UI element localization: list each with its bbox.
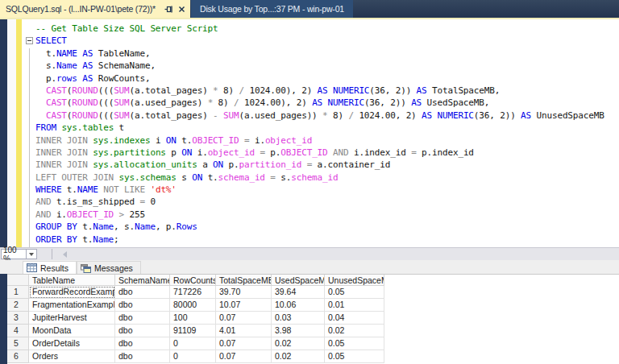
code-line[interactable]: ORDER BY t.Name; bbox=[35, 234, 619, 246]
grid-cell[interactable]: 39.64 bbox=[272, 286, 325, 299]
grid-cell[interactable]: 0.07 bbox=[216, 337, 272, 350]
code-token: ON bbox=[192, 172, 202, 183]
column-header-totalspacemb[interactable]: TotalSpaceMB bbox=[216, 275, 272, 286]
grid-cell[interactable]: 0.02 bbox=[325, 325, 384, 337]
grid-cell[interactable]: 0.05 bbox=[325, 286, 384, 299]
code-line[interactable]: -- Get Table Size SQL Server Script bbox=[35, 23, 619, 35]
code-line[interactable]: p.rows AS RowCounts, bbox=[35, 72, 619, 85]
grid-cell[interactable]: dbo bbox=[115, 312, 170, 325]
code-line[interactable]: t.NAME AS TableName, bbox=[35, 48, 619, 60]
grid-cell[interactable]: 0.02 bbox=[272, 337, 325, 350]
row-number[interactable]: 3 bbox=[7, 312, 29, 325]
code-token: p. bbox=[265, 147, 280, 158]
grid-cell[interactable]: 91109 bbox=[170, 325, 216, 337]
tab-messages[interactable]: Messages bbox=[77, 261, 141, 274]
grid-cell[interactable]: MoonData bbox=[29, 325, 115, 337]
code-line[interactable]: SELECT bbox=[35, 35, 619, 47]
row-number[interactable]: 4 bbox=[7, 325, 29, 337]
grid-cell[interactable]: Orders bbox=[29, 350, 115, 363]
code-token: ROUND bbox=[72, 85, 98, 96]
grid-cell[interactable]: ForwardRecordExample bbox=[29, 286, 115, 299]
code-line[interactable]: INNER JOIN sys.allocation_units a ON p.p… bbox=[35, 159, 619, 171]
code-line[interactable]: CAST(ROUND(((SUM(a.total_pages) * 8) / 1… bbox=[35, 85, 619, 97]
grid-cell[interactable]: JupiterHarvest bbox=[29, 312, 115, 325]
row-number[interactable]: 1 bbox=[7, 286, 29, 299]
tab-sqlquery1[interactable]: SQLQuery1.sql - (l...IN-PW-01\pete (72))… bbox=[0, 0, 190, 18]
scroll-left-arrow-icon[interactable] bbox=[63, 251, 67, 258]
grid-cell[interactable]: 717226 bbox=[170, 286, 216, 299]
code-line[interactable]: CAST(ROUND(((SUM(a.used_pages) * 8) / 10… bbox=[35, 97, 619, 109]
results-tab-strip: Results Messages bbox=[0, 260, 619, 274]
grid-cell[interactable]: 10.06 bbox=[272, 299, 325, 312]
grid-cell[interactable]: dbo bbox=[115, 286, 170, 299]
code-token: 8) bbox=[213, 97, 234, 108]
grid-cell[interactable]: dbo bbox=[115, 299, 170, 312]
grid-cell[interactable]: FragmentationExample bbox=[29, 299, 115, 312]
code-line[interactable]: WHERE t.NAME NOT LIKE 'dt%' bbox=[35, 184, 619, 196]
code-token: 255 bbox=[124, 209, 145, 220]
code-token: AS bbox=[318, 85, 328, 96]
column-header-rowcounts[interactable]: RowCounts bbox=[170, 275, 216, 286]
grid-cell[interactable]: dbo bbox=[115, 337, 170, 350]
tab-disk-usage-report[interactable]: Disk Usage by Top...:37 PM - win-pw-01 bbox=[191, 0, 353, 18]
code-line[interactable]: INNER JOIN sys.indexes i ON t.OBJECT_ID … bbox=[35, 134, 619, 147]
column-header-schemaname[interactable]: SchemaName bbox=[115, 275, 170, 286]
code-token: sys.tables bbox=[61, 122, 114, 133]
row-number[interactable]: 6 bbox=[7, 350, 29, 363]
code-token: 8) bbox=[218, 85, 239, 96]
grid-cell[interactable]: 100 bbox=[170, 312, 216, 325]
chevron-down-icon[interactable] bbox=[27, 249, 37, 259]
code-token: i.index_id bbox=[348, 147, 411, 158]
code-token: NAME bbox=[56, 48, 77, 59]
code-line[interactable]: AND i.OBJECT_ID > 255 bbox=[35, 209, 619, 221]
grid-cell[interactable]: 0.05 bbox=[325, 337, 384, 350]
column-header-tablename[interactable]: TableName bbox=[29, 275, 115, 286]
grid-cell[interactable]: OrderDetails bbox=[29, 337, 115, 350]
grid-cell[interactable]: 0.07 bbox=[216, 312, 272, 325]
grid-cell[interactable]: 3.98 bbox=[272, 325, 325, 337]
column-header-unusedspacemb[interactable]: UnusedSpaceMB bbox=[325, 275, 384, 286]
code-line[interactable]: CAST(ROUND(((SUM(a.total_pages) - SUM(a.… bbox=[35, 110, 619, 122]
grid-cell[interactable]: 0.02 bbox=[272, 350, 325, 363]
results-grid[interactable]: TableNameSchemaNameRowCountsTotalSpaceMB… bbox=[7, 274, 619, 364]
code-line[interactable]: FROM sys.tables t bbox=[35, 122, 619, 134]
tab-highlight-line bbox=[0, 18, 619, 19]
code-line[interactable]: AND t.is_ms_shipped = 0 bbox=[35, 196, 619, 208]
grid-cell[interactable]: 0.01 bbox=[325, 299, 384, 312]
scrollbar-splitter[interactable] bbox=[52, 249, 52, 259]
row-number[interactable]: 5 bbox=[7, 337, 29, 350]
pin-icon[interactable] bbox=[164, 4, 174, 14]
code-line[interactable]: INNER JOIN sys.partitions p ON i.object_… bbox=[35, 147, 619, 159]
close-icon[interactable] bbox=[177, 4, 187, 14]
grid-cell[interactable]: dbo bbox=[115, 350, 170, 363]
code-line[interactable]: GROUP BY t.Name, s.Name, p.Rows bbox=[35, 221, 619, 233]
row-number[interactable]: 2 bbox=[7, 299, 29, 312]
grid-cell[interactable]: 0.05 bbox=[325, 350, 384, 363]
code-token: (36, 2)) bbox=[364, 97, 411, 108]
code-token: 1024.00, 2) bbox=[354, 110, 422, 121]
code-token: AS bbox=[422, 110, 432, 121]
grid-cell[interactable]: 0.07 bbox=[216, 350, 272, 363]
grid-cell[interactable]: 0.03 bbox=[272, 312, 325, 325]
code-token: t. bbox=[35, 48, 56, 59]
grid-cell[interactable]: 39.70 bbox=[216, 286, 272, 299]
grid-corner-cell[interactable] bbox=[7, 275, 29, 286]
collapse-toggle-icon[interactable] bbox=[26, 37, 33, 44]
code-line[interactable]: LEFT OUTER JOIN sys.schemas s ON t.schem… bbox=[35, 172, 619, 184]
grid-cell[interactable]: 4.01 bbox=[216, 325, 272, 337]
grid-cell[interactable]: 0 bbox=[170, 350, 216, 363]
code-line[interactable]: s.Name AS SchemaName, bbox=[35, 60, 619, 72]
code-token: Name bbox=[135, 221, 156, 232]
tab-results[interactable]: Results bbox=[23, 261, 77, 274]
grid-cell[interactable]: 80000 bbox=[170, 299, 216, 312]
grid-cell[interactable]: dbo bbox=[115, 325, 170, 337]
grid-cell[interactable]: 0 bbox=[170, 337, 216, 350]
code-token: ((( bbox=[98, 97, 114, 108]
code-area[interactable]: -- Get Table Size SQL Server ScriptSELEC… bbox=[7, 23, 619, 246]
sql-editor[interactable]: -- Get Table Size SQL Server ScriptSELEC… bbox=[7, 19, 619, 247]
column-header-usedspacemb[interactable]: UsedSpaceMB bbox=[272, 275, 325, 286]
code-token: -- Get Table Size SQL Server Script bbox=[35, 23, 218, 34]
grid-cell[interactable]: 10.07 bbox=[216, 299, 272, 312]
zoom-level-select[interactable]: 100 % bbox=[1, 249, 37, 259]
grid-cell[interactable]: 0.04 bbox=[325, 312, 384, 325]
